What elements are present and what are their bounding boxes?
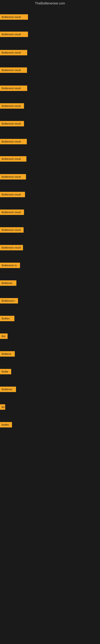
bottleneck-result-item[interactable]: Bottleneck result (0, 245, 23, 250)
bottleneck-result-item[interactable]: Bottlenec (0, 280, 16, 286)
bottleneck-result-item[interactable]: Bottleneck result (0, 86, 27, 91)
site-title: TheBottlenecker.com (0, 0, 100, 7)
bottleneck-result-item[interactable]: Bottleneck result (0, 103, 24, 109)
bottleneck-result-item[interactable]: Bot (0, 334, 8, 339)
bottleneck-result-item[interactable]: Bottler (0, 422, 12, 428)
bottleneck-result-item[interactable]: Bottleneck result (0, 68, 27, 73)
bottleneck-result-item[interactable]: Bottleneck result (0, 50, 27, 55)
bottleneck-result-item[interactable]: Bottleneck re (0, 263, 20, 268)
bottleneck-result-item[interactable]: Bottleneck result (0, 14, 28, 20)
bottleneck-result-item[interactable]: Bottleneck result (0, 32, 28, 37)
bottleneck-result-item[interactable]: Bottlen (0, 316, 14, 321)
bottleneck-result-item[interactable]: Bottlene (0, 351, 15, 356)
bottleneck-result-item[interactable]: Bottlenec (0, 386, 16, 392)
bottleneck-result-item[interactable]: Bottleneck result (0, 192, 25, 197)
bottleneck-result-item[interactable]: Bottleneck r (0, 298, 18, 304)
bottleneck-result-item[interactable]: Bottleneck result (0, 139, 27, 144)
bottleneck-result-item[interactable]: Bottleneck result (0, 174, 26, 180)
bottleneck-result-item[interactable]: Bottleneck result (0, 156, 26, 162)
bottleneck-result-item[interactable]: Bottleneck result (0, 121, 24, 126)
bottleneck-result-item[interactable]: Bottleneck result (0, 210, 24, 215)
bottleneck-result-item[interactable]: Bo (0, 404, 5, 410)
bottleneck-result-item[interactable]: Bottle (0, 369, 11, 374)
bottleneck-result-item[interactable]: Bottleneck result (0, 227, 24, 233)
